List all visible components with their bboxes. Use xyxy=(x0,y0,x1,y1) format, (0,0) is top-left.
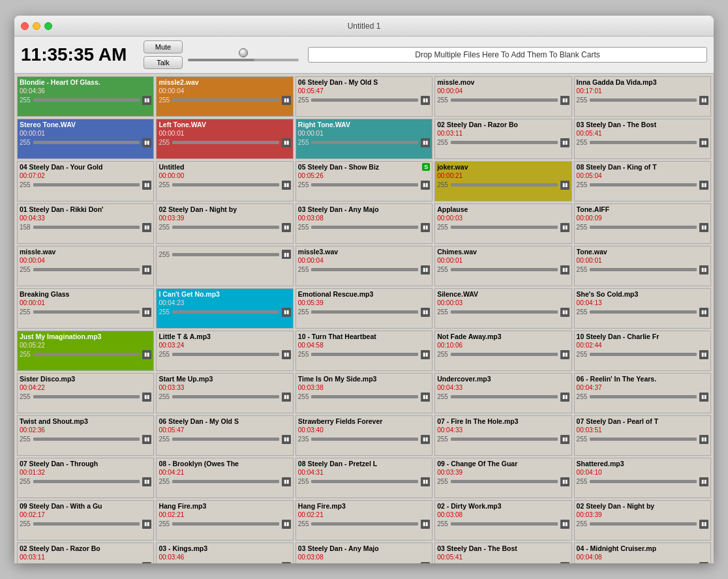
talk-button[interactable]: Talk xyxy=(144,56,183,69)
cart-progress-bar xyxy=(311,310,418,314)
cart-title: Shattered.mp3 xyxy=(577,460,708,468)
cart-cell[interactable]: 07 Steely Dan - Pearl of T00:03:51255▮▮ xyxy=(574,415,711,456)
cart-cell[interactable]: Emotional Rescue.mp300:05:39255▮▮ xyxy=(296,288,432,329)
cart-cell[interactable]: 02 Steely Dan - Razor Bo00:03:11255▮▮ xyxy=(17,542,154,563)
cart-cell[interactable]: 07 - Fire In The Hole.mp300:04:33255▮▮ xyxy=(434,415,571,456)
cart-progress-bar xyxy=(33,98,140,102)
cart-cell[interactable]: 05 Steely Dan - Show BizS00:05:26255▮▮ xyxy=(296,161,432,201)
cart-title: joker.wav xyxy=(437,163,569,171)
cart-cell[interactable]: Silence.WAV00:00:03255▮▮ xyxy=(434,288,571,329)
cart-title: 05 Steely Dan - Show Biz xyxy=(298,163,421,171)
cart-title: 06 Steely Dan - My Old S xyxy=(298,78,430,87)
cart-play-icon: ▮▮ xyxy=(282,562,291,563)
cart-cell[interactable]: Blondie - Heart Of Glass.00:04:36255▮▮ xyxy=(17,76,154,117)
cart-play-icon: ▮▮ xyxy=(699,562,708,563)
cart-time: 00:00:03 xyxy=(437,215,569,222)
cart-progress-bar xyxy=(33,353,140,356)
cart-progress-bar xyxy=(172,253,279,256)
cart-progress-bar xyxy=(172,183,279,186)
cart-cell[interactable]: Undercover.mp300:04:33255▮▮ xyxy=(434,373,571,413)
cart-cell[interactable]: Tone.wav00:00:01255▮▮ xyxy=(574,246,711,286)
cart-cell[interactable]: missle3.wav00:00:04255▮▮ xyxy=(296,246,432,286)
drop-zone[interactable]: Drop Multiple Files Here To Add Them To … xyxy=(308,47,707,63)
cart-cell[interactable]: 09 - Change Of The Guar00:03:39255▮▮ xyxy=(434,458,571,498)
cart-cell[interactable]: Right Tone.WAV00:00:01255▮▮ xyxy=(296,119,432,159)
cart-cell[interactable]: 02 - Dirty Work.mp300:03:08255▮▮ xyxy=(434,500,571,541)
cart-cell[interactable]: missle2.wav00:00:04255▮▮ xyxy=(156,76,293,117)
cart-cell[interactable]: Tone.AIFF00:00:09255▮▮ xyxy=(574,203,711,244)
cart-cell[interactable]: 08 - Brooklyn (Owes The00:04:21255▮▮ xyxy=(156,458,293,498)
cart-cell[interactable]: 255▮▮ xyxy=(156,246,293,286)
cart-cell[interactable]: 08 Steely Dan - Pretzel L00:04:31255▮▮ xyxy=(296,458,432,498)
cart-cell[interactable]: 08 Steely Dan - King of T00:05:04255▮▮ xyxy=(574,161,711,201)
cart-cell[interactable]: Not Fade Away.mp300:10:06255▮▮ xyxy=(434,331,571,371)
cart-cell[interactable]: 02 Steely Dan - Night by00:03:39255▮▮ xyxy=(156,203,293,244)
cart-cell[interactable]: missle.mov00:00:04255▮▮ xyxy=(434,76,571,117)
cart-cell[interactable]: 03 Steely Dan - The Bost00:05:41255▮▮ xyxy=(434,542,571,563)
cart-cell[interactable]: 02 Steely Dan - Razor Bo00:03:11255▮▮ xyxy=(434,119,571,159)
cart-cell[interactable]: 10 Steely Dan - Charlie Fr00:02:44255▮▮ xyxy=(574,331,711,371)
cart-cell[interactable]: Strawberry Fields Forever00:03:40235▮▮ xyxy=(296,415,432,456)
cart-play-icon: ▮▮ xyxy=(560,138,569,147)
cart-title: missle.mov xyxy=(437,78,569,87)
cart-progress-bar xyxy=(311,395,418,398)
cart-cell[interactable]: Stereo Tone.WAV00:00:01255▮▮ xyxy=(17,119,154,159)
cart-volume: 255 xyxy=(298,224,309,231)
cart-title: Not Fade Away.mp3 xyxy=(437,333,569,341)
cart-cell[interactable]: Untitled00:00:00255▮▮ xyxy=(156,161,293,201)
cart-play-icon: ▮▮ xyxy=(560,96,569,105)
cart-cell[interactable]: Just My Imagination.mp300:05:22255▮▮ xyxy=(17,331,154,371)
cart-cell[interactable]: 03 Steely Dan - Any Majo00:03:08255▮▮ xyxy=(296,542,432,563)
cart-play-icon: ▮▮ xyxy=(142,520,151,529)
cart-cell[interactable]: Start Me Up.mp300:03:33255▮▮ xyxy=(156,373,293,413)
mute-button[interactable]: Mute xyxy=(144,40,183,53)
cart-cell[interactable]: Little T & A.mp300:03:24255▮▮ xyxy=(156,331,293,371)
cart-title: 03 Steely Dan - The Bost xyxy=(577,121,708,129)
cart-cell[interactable]: 01 Steely Dan - Rikki Don'00:04:33158▮▮ xyxy=(17,203,154,244)
cart-cell[interactable]: 06 Steely Dan - My Old S00:05:47255▮▮ xyxy=(156,415,293,456)
cart-title: 02 Steely Dan - Razor Bo xyxy=(437,121,569,129)
cart-cell[interactable]: Twist and Shout.mp300:02:36255▮▮ xyxy=(17,415,154,456)
cart-play-icon: ▮▮ xyxy=(699,308,708,317)
volume-slider[interactable] xyxy=(188,59,299,61)
cart-cell[interactable]: Left Tone.WAV00:00:01255▮▮ xyxy=(156,119,293,159)
cart-cell[interactable]: Chimes.wav00:00:01255▮▮ xyxy=(434,246,571,286)
cart-cell[interactable]: 07 Steely Dan - Through00:01:32255▮▮ xyxy=(17,458,154,498)
cart-cell[interactable]: Breaking Glass00:00:01255▮▮ xyxy=(17,288,154,329)
cart-time: 00:03:46 xyxy=(159,554,290,561)
cart-cell[interactable]: Time Is On My Side.mp300:03:38255▮▮ xyxy=(296,373,432,413)
cart-volume: 255 xyxy=(20,563,31,563)
cart-volume: 255 xyxy=(437,224,448,231)
cart-cell[interactable]: Hang Fire.mp300:02:21255▮▮ xyxy=(296,500,432,541)
cart-progress-bar xyxy=(33,395,140,398)
cart-title: Time Is On My Side.mp3 xyxy=(298,375,430,383)
minimize-button[interactable] xyxy=(33,22,40,30)
cart-cell[interactable]: 04 Steely Dan - Your Gold00:07:02255▮▮ xyxy=(17,161,154,201)
cart-cell[interactable]: I Can't Get No.mp300:04:23255▮▮ xyxy=(156,288,293,329)
cart-progress-bar xyxy=(172,141,279,144)
cart-cell[interactable]: Inna Gadda Da Vida.mp300:17:01255▮▮ xyxy=(574,76,711,117)
cart-cell[interactable]: Shattered.mp300:04:10255▮▮ xyxy=(574,458,711,498)
cart-cell[interactable]: She's So Cold.mp300:04:13255▮▮ xyxy=(574,288,711,329)
cart-cell[interactable]: 02 Steely Dan - Night by00:03:39255▮▮ xyxy=(574,500,711,541)
cart-progress-bar xyxy=(172,438,279,441)
cart-cell[interactable]: 06 Steely Dan - My Old S00:05:47255▮▮ xyxy=(296,76,432,117)
cart-cell[interactable]: Sister Disco.mp300:04:22255▮▮ xyxy=(17,373,154,413)
volume-knob[interactable] xyxy=(239,48,248,57)
cart-cell[interactable]: 06 - Reelin' In The Years.00:04:37255▮▮ xyxy=(574,373,711,413)
cart-cell[interactable]: Hang Fire.mp300:02:21255▮▮ xyxy=(156,500,293,541)
cart-cell[interactable]: 09 Steely Dan - With a Gu00:02:17255▮▮ xyxy=(17,500,154,541)
cart-play-icon: ▮▮ xyxy=(421,393,430,402)
close-button[interactable] xyxy=(21,22,29,30)
cart-cell[interactable]: Applause00:00:03255▮▮ xyxy=(434,203,571,244)
maximize-button[interactable] xyxy=(44,22,52,30)
cart-cell[interactable]: joker.wav00:00:21255▮▮ xyxy=(434,161,571,201)
cart-cell[interactable]: 10 - Turn That Heartbeat00:04:58255▮▮ xyxy=(296,331,432,371)
cart-progress-bar xyxy=(311,268,418,271)
cart-cell[interactable]: 03 - Kings.mp300:03:46255▮▮ xyxy=(156,542,293,563)
cart-cell[interactable]: missle.wav00:00:04255▮▮ xyxy=(17,246,154,286)
cart-play-icon: ▮▮ xyxy=(282,250,291,259)
cart-cell[interactable]: 04 - Midnight Cruiser.mp00:04:08255▮▮ xyxy=(574,542,711,563)
cart-cell[interactable]: 03 Steely Dan - The Bost00:05:41255▮▮ xyxy=(574,119,711,159)
cart-cell[interactable]: 03 Steely Dan - Any Majo00:03:08255▮▮ xyxy=(296,203,432,244)
